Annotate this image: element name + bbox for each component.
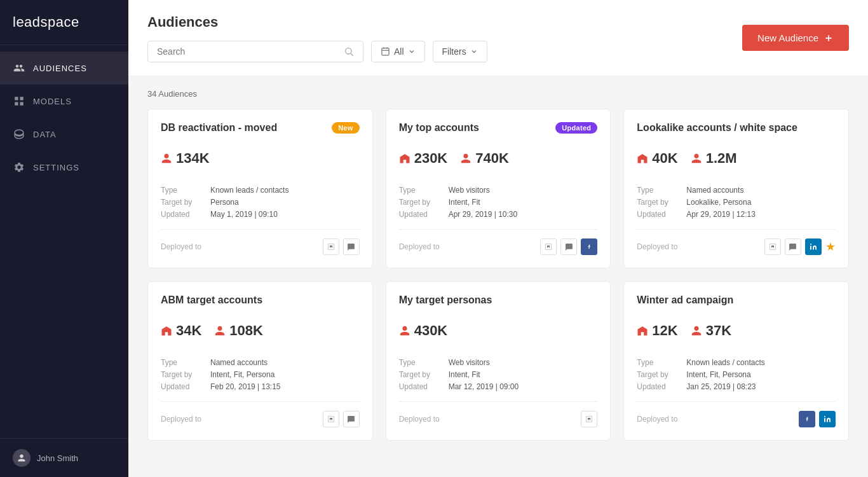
card-header: Winter ad campaign <box>637 294 836 306</box>
stat-value: 430K <box>414 322 448 339</box>
deployed-label: Deployed to <box>161 242 201 251</box>
all-filter-button[interactable]: All <box>371 41 425 62</box>
person-stat-icon <box>161 153 172 164</box>
sidebar-item-data[interactable]: DATA <box>0 118 128 151</box>
nav-label-audiences: AUDIENCES <box>33 64 87 73</box>
stat-item: 40K <box>637 150 677 167</box>
target-value: Intent, Fit <box>449 198 480 207</box>
card-title: Winter ad campaign <box>637 294 733 306</box>
audience-card[interactable]: Lookalike accounts / white space 40K 1.2… <box>623 109 849 268</box>
new-audience-button[interactable]: New Audience <box>742 25 849 51</box>
filters-button[interactable]: Filters <box>433 41 487 62</box>
content-area: 34 Audiences DB reactivation - moved New… <box>128 76 868 477</box>
building-stat-icon <box>637 325 648 336</box>
audience-count: 34 Audiences <box>147 89 849 99</box>
header-left: Audiences All <box>147 14 487 62</box>
stat-value: 40K <box>652 150 677 167</box>
linkedin-icon <box>819 411 836 427</box>
stat-value: 230K <box>414 150 448 167</box>
card-badge: New <box>332 122 360 134</box>
person-stat-icon <box>691 153 702 164</box>
meta-target-row: Target by Lookalike, Persona <box>637 198 836 207</box>
target-value: Intent, Fit <box>449 370 480 379</box>
logo: leadspace <box>0 0 128 45</box>
deployed-label: Deployed to <box>637 242 677 251</box>
stat-value: 12K <box>652 322 677 339</box>
person-stat-icon <box>214 325 226 336</box>
deployed-label: Deployed to <box>637 415 677 424</box>
card-title: DB reactivation - moved <box>161 122 277 134</box>
card-stats: 34K 108K <box>161 316 360 345</box>
sidebar-user: John Smith <box>0 438 128 477</box>
stat-value: 37K <box>706 322 731 339</box>
chat-icon <box>343 411 360 427</box>
type-label: Type <box>161 358 205 367</box>
stat-value: 134K <box>176 150 210 167</box>
card-stats: 134K <box>161 144 360 173</box>
card-meta: Type Named accounts Target by Lookalike,… <box>637 186 836 219</box>
deploy-icons <box>323 411 360 427</box>
meta-type-row: Type Web visitors <box>399 358 598 367</box>
audience-card[interactable]: Winter ad campaign 12K 37K Type Known le… <box>623 281 849 441</box>
main-content: Audiences All <box>128 0 868 477</box>
meta-updated-row: Updated Jan 25, 2019 | 08:23 <box>637 382 836 391</box>
card-stats: 430K <box>399 316 598 345</box>
audience-card[interactable]: My target personas 430K Type Web visitor… <box>386 281 611 441</box>
header: Audiences All <box>128 0 868 76</box>
card-header: ABM target accounts <box>161 294 360 306</box>
stat-item: 230K <box>399 150 448 167</box>
sidebar-item-settings[interactable]: SETTINGS <box>0 151 128 184</box>
page-title: Audiences <box>147 14 487 31</box>
audience-card[interactable]: DB reactivation - moved New 134K Type Kn… <box>147 109 373 268</box>
building-stat-icon <box>637 153 648 164</box>
updated-value: Jan 25, 2019 | 08:23 <box>686 382 756 391</box>
marketo-icon <box>323 238 339 255</box>
card-meta: Type Named accounts Target by Intent, Fi… <box>161 358 360 391</box>
card-header: DB reactivation - moved New <box>161 122 360 134</box>
chevron-down-icon <box>408 48 416 55</box>
search-box[interactable] <box>147 41 363 62</box>
updated-value: May 1, 2019 | 09:10 <box>210 210 278 219</box>
stat-item: 740K <box>460 150 509 167</box>
stat-item: 34K <box>161 322 201 339</box>
search-input[interactable] <box>157 46 339 57</box>
username: John Smith <box>37 453 78 463</box>
target-label: Target by <box>637 370 681 379</box>
card-stats: 230K 740K <box>399 144 598 173</box>
type-label: Type <box>399 358 444 367</box>
settings-icon <box>13 161 25 174</box>
card-meta: Type Known leads / contacts Target by Pe… <box>161 186 360 219</box>
marketo-icon <box>540 238 557 255</box>
chevron-down-icon-2 <box>470 48 478 55</box>
card-badge: Updated <box>555 122 597 134</box>
audience-card[interactable]: ABM target accounts 34K 108K Type Named … <box>147 281 373 441</box>
type-value: Known leads / contacts <box>210 186 288 195</box>
audiences-icon <box>13 62 25 74</box>
data-icon <box>13 128 25 141</box>
stat-item: 430K <box>399 322 448 339</box>
svg-rect-2 <box>382 48 389 55</box>
marketo-icon <box>323 411 339 427</box>
deploy-icons <box>540 238 597 255</box>
card-footer: Deployed to <box>161 401 360 427</box>
updated-value: Mar 12, 2019 | 09:00 <box>449 382 519 391</box>
target-value: Intent, Fit, Persona <box>210 370 275 379</box>
star-icon: ★ <box>825 240 836 254</box>
audience-card[interactable]: My top accounts Updated 230K 740K Type W… <box>386 109 611 268</box>
card-title: ABM target accounts <box>161 294 262 306</box>
models-icon <box>13 95 25 107</box>
sidebar-item-models[interactable]: MODELS <box>0 85 128 118</box>
card-title: My top accounts <box>399 122 479 134</box>
stat-value: 740K <box>475 150 509 167</box>
updated-label: Updated <box>399 382 444 391</box>
stat-item: 12K <box>637 322 677 339</box>
card-footer: Deployed to <box>399 229 598 255</box>
stat-item: 1.2M <box>691 150 737 167</box>
target-label: Target by <box>637 198 681 207</box>
sidebar-item-audiences[interactable]: AUDIENCES <box>0 52 128 85</box>
meta-updated-row: Updated Apr 29, 2019 | 12:13 <box>637 210 836 219</box>
new-audience-label: New Audience <box>757 32 818 43</box>
card-footer: Deployed to <box>161 229 360 255</box>
updated-label: Updated <box>399 210 444 219</box>
updated-label: Updated <box>637 210 681 219</box>
